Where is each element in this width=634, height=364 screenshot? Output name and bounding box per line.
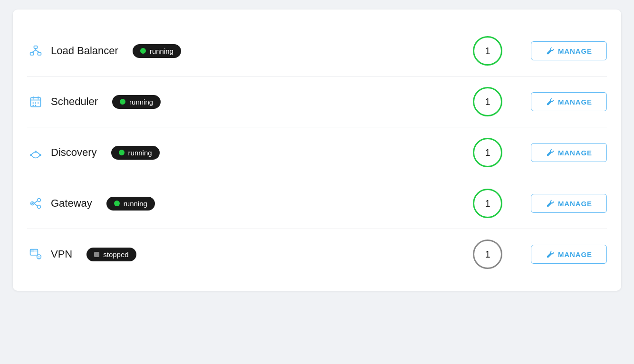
status-dot-running — [119, 150, 125, 155]
svg-point-12 — [35, 102, 37, 104]
scheduler-icon — [27, 93, 44, 110]
vpn-icon — [27, 246, 44, 263]
services-card: Load Balancer running 1 MANAGE — [13, 10, 621, 291]
status-text-gateway: running — [124, 200, 147, 208]
svg-rect-1 — [30, 53, 34, 55]
instance-circle-vpn: 1 — [473, 239, 502, 269]
manage-label-vpn: MANAGE — [558, 250, 592, 259]
status-text-discovery: running — [128, 149, 152, 157]
manage-label-load-balancer: MANAGE — [558, 47, 592, 55]
svg-line-4 — [32, 50, 36, 52]
svg-point-6 — [548, 53, 548, 54]
manage-button-scheduler[interactable]: MANAGE — [531, 92, 607, 111]
manage-label-discovery: MANAGE — [558, 149, 592, 157]
service-row-scheduler: Scheduler running 1 MANAGE — [27, 77, 607, 127]
service-row-load-balancer: Load Balancer running 1 MANAGE — [27, 26, 607, 77]
service-name-scheduler: Scheduler — [51, 96, 98, 108]
manage-button-gateway[interactable]: MANAGE — [531, 194, 607, 213]
status-badge-load-balancer: running — [133, 44, 181, 58]
svg-rect-29 — [30, 249, 34, 252]
gateway-icon — [27, 195, 44, 212]
instance-circle-load-balancer: 1 — [473, 36, 502, 66]
svg-point-13 — [38, 102, 39, 104]
svg-point-15 — [35, 105, 37, 106]
status-badge-vpn: stopped — [86, 248, 136, 261]
service-name-vpn: VPN — [51, 248, 72, 260]
svg-rect-30 — [34, 249, 38, 252]
status-text-load-balancer: running — [150, 47, 173, 55]
instance-circle-gateway: 1 — [473, 189, 502, 218]
svg-rect-32 — [38, 258, 40, 259]
status-badge-gateway: running — [106, 197, 155, 211]
status-badge-scheduler: running — [112, 95, 161, 109]
service-name-discovery: Discovery — [51, 146, 97, 159]
svg-point-16 — [548, 104, 548, 105]
service-name-load-balancer: Load Balancer — [51, 45, 118, 57]
service-left-gateway: Gateway running — [27, 195, 473, 212]
service-left-scheduler: Scheduler running — [27, 93, 473, 110]
discovery-icon — [27, 144, 44, 161]
svg-line-25 — [34, 203, 38, 206]
manage-button-discovery[interactable]: MANAGE — [531, 143, 607, 162]
svg-rect-0 — [34, 46, 38, 48]
status-dot-running — [120, 99, 125, 105]
svg-line-5 — [36, 50, 39, 52]
svg-point-22 — [38, 199, 41, 202]
manage-label-gateway: MANAGE — [558, 200, 592, 208]
service-name-gateway: Gateway — [51, 197, 92, 210]
services-list: Load Balancer running 1 MANAGE — [27, 26, 607, 279]
svg-point-14 — [32, 105, 34, 106]
instance-circle-discovery: 1 — [473, 138, 502, 167]
service-row-discovery: Discovery running 1 MANAGE — [27, 127, 607, 178]
svg-rect-2 — [38, 53, 41, 55]
status-text-vpn: stopped — [103, 250, 128, 259]
manage-button-vpn[interactable]: MANAGE — [531, 245, 607, 264]
svg-point-34 — [548, 256, 548, 257]
status-text-scheduler: running — [129, 98, 153, 106]
svg-point-11 — [32, 102, 34, 104]
svg-point-19 — [35, 151, 37, 153]
svg-point-20 — [548, 154, 548, 155]
load-balancer-icon — [27, 42, 44, 59]
svg-point-23 — [38, 205, 41, 209]
svg-point-18 — [39, 154, 41, 156]
svg-line-24 — [34, 201, 38, 203]
status-dot-running — [114, 201, 120, 206]
instance-circle-scheduler: 1 — [473, 87, 502, 116]
service-left-load-balancer: Load Balancer running — [27, 42, 473, 59]
manage-button-load-balancer[interactable]: MANAGE — [531, 41, 607, 60]
service-row-gateway: Gateway running 1 MANAGE — [27, 178, 607, 229]
service-left-discovery: Discovery running — [27, 144, 473, 161]
svg-point-26 — [31, 202, 33, 204]
service-left-vpn: VPN stopped — [27, 246, 473, 263]
service-row-vpn: VPN stopped 1 MANAGE — [27, 229, 607, 279]
svg-point-17 — [30, 154, 32, 156]
status-badge-discovery: running — [111, 146, 160, 160]
status-dot-stopped — [94, 252, 99, 257]
manage-label-scheduler: MANAGE — [558, 98, 592, 106]
status-dot-running — [140, 48, 146, 54]
svg-point-27 — [548, 205, 548, 206]
